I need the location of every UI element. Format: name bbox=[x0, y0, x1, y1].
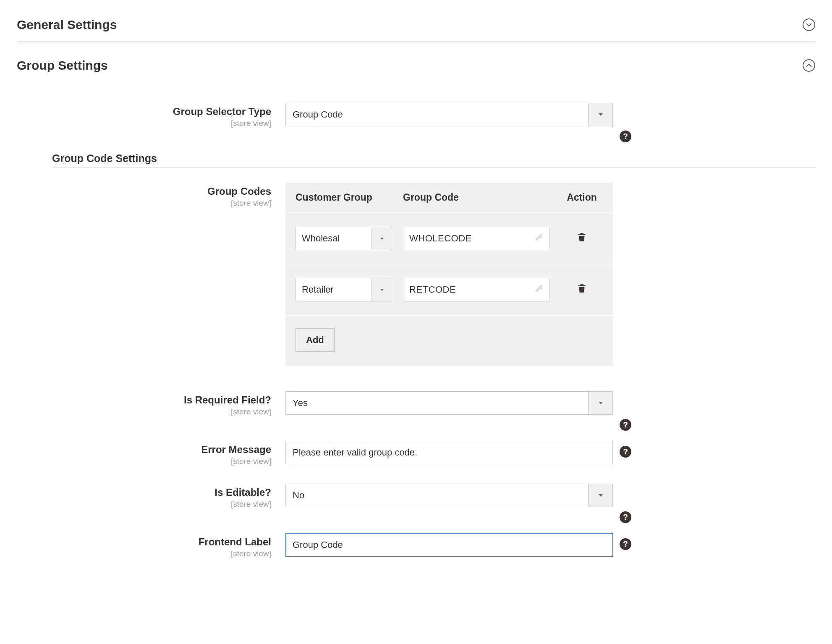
svg-marker-2 bbox=[380, 288, 384, 291]
scope-hint: [store view] bbox=[17, 407, 271, 416]
input-error-message-value: Please enter valid group code. bbox=[293, 447, 417, 458]
caret-down-icon bbox=[588, 103, 612, 126]
help-icon[interactable]: ? bbox=[620, 419, 631, 431]
caret-down-icon bbox=[588, 392, 612, 414]
col-header-code: Group Code bbox=[403, 192, 561, 203]
wrench-icon bbox=[534, 284, 544, 296]
row-group-codes: Group Codes [store view] Customer Group … bbox=[17, 183, 815, 366]
caret-down-icon bbox=[588, 484, 612, 507]
input-error-message[interactable]: Please enter valid group code. bbox=[285, 441, 613, 464]
input-group-code-value: RETCODE bbox=[409, 284, 534, 295]
add-button[interactable]: Add bbox=[296, 328, 335, 352]
section-group-title: Group Settings bbox=[17, 58, 108, 73]
chevron-down-icon bbox=[803, 18, 815, 31]
subsection-group-code: Group Code Settings bbox=[52, 152, 815, 168]
label-frontend: Frontend Label bbox=[17, 536, 271, 548]
label-error-message: Error Message bbox=[17, 443, 271, 456]
codes-footer: Add bbox=[285, 316, 613, 366]
scope-hint: [store view] bbox=[17, 500, 271, 509]
input-frontend-label-value: Group Code bbox=[293, 539, 343, 550]
label-editable: Is Editable? bbox=[17, 486, 271, 499]
help-icon[interactable]: ? bbox=[620, 131, 631, 142]
select-customer-group-value: Retailer bbox=[296, 278, 372, 301]
codes-table: Customer Group Group Code Action Wholesa… bbox=[285, 183, 613, 366]
subsection-title: Group Code Settings bbox=[52, 152, 157, 164]
select-editable[interactable]: No bbox=[285, 484, 613, 507]
delete-button[interactable] bbox=[576, 231, 587, 243]
svg-marker-0 bbox=[599, 113, 603, 116]
input-frontend-label[interactable]: Group Code bbox=[285, 533, 613, 557]
select-required-value: Yes bbox=[286, 398, 588, 408]
caret-down-icon bbox=[372, 278, 392, 301]
row-editable: Is Editable? [store view] No ? bbox=[17, 484, 815, 509]
table-row: Retailer RETCODE bbox=[285, 264, 613, 316]
input-group-code-value: WHOLECODE bbox=[409, 233, 534, 244]
help-icon[interactable]: ? bbox=[620, 446, 631, 458]
wrench-icon bbox=[534, 233, 544, 244]
scope-hint: [store view] bbox=[17, 199, 271, 208]
label-selector-type: Group Selector Type bbox=[17, 105, 271, 118]
help-icon[interactable]: ? bbox=[620, 538, 631, 550]
delete-button[interactable] bbox=[576, 283, 587, 294]
table-row: Wholesal WHOLECODE bbox=[285, 213, 613, 264]
select-selector-type-value: Group Code bbox=[286, 109, 588, 120]
section-general[interactable]: General Settings bbox=[17, 13, 815, 42]
section-group[interactable]: Group Settings bbox=[17, 53, 815, 82]
help-icon[interactable]: ? bbox=[620, 511, 631, 523]
select-required[interactable]: Yes bbox=[285, 391, 613, 415]
input-group-code[interactable]: WHOLECODE bbox=[403, 227, 550, 250]
select-customer-group-value: Wholesal bbox=[296, 227, 372, 250]
select-selector-type[interactable]: Group Code bbox=[285, 103, 613, 126]
label-required: Is Required Field? bbox=[17, 394, 271, 406]
svg-marker-1 bbox=[380, 237, 384, 239]
codes-header-row: Customer Group Group Code Action bbox=[285, 183, 613, 213]
input-group-code[interactable]: RETCODE bbox=[403, 278, 550, 301]
scope-hint: [store view] bbox=[17, 119, 271, 128]
chevron-up-icon bbox=[803, 59, 815, 72]
svg-marker-4 bbox=[599, 494, 603, 497]
scope-hint: [store view] bbox=[17, 457, 271, 466]
scope-hint: [store view] bbox=[17, 549, 271, 558]
trash-icon bbox=[576, 283, 587, 294]
row-frontend-label: Frontend Label [store view] Group Code ? bbox=[17, 533, 815, 558]
row-required: Is Required Field? [store view] Yes ? bbox=[17, 391, 815, 416]
col-header-group: Customer Group bbox=[296, 192, 392, 203]
select-customer-group[interactable]: Wholesal bbox=[296, 227, 392, 250]
select-customer-group[interactable]: Retailer bbox=[296, 278, 392, 301]
caret-down-icon bbox=[372, 227, 392, 250]
section-general-title: General Settings bbox=[17, 18, 117, 32]
trash-icon bbox=[576, 231, 587, 243]
select-editable-value: No bbox=[286, 490, 588, 501]
label-group-codes: Group Codes bbox=[17, 185, 271, 198]
svg-marker-3 bbox=[599, 402, 603, 404]
row-error-message: Error Message [store view] Please enter … bbox=[17, 441, 815, 466]
row-selector-type: Group Selector Type [store view] Group C… bbox=[17, 103, 815, 128]
section-group-body: Group Selector Type [store view] Group C… bbox=[17, 82, 815, 558]
col-header-action: Action bbox=[561, 192, 603, 203]
